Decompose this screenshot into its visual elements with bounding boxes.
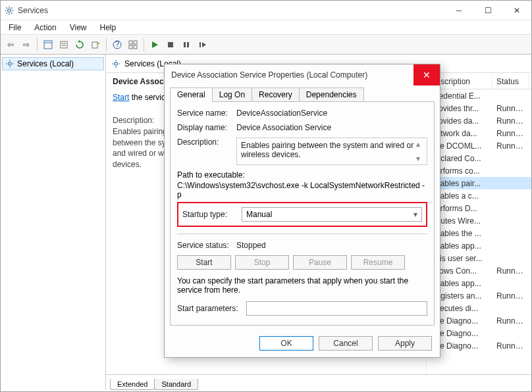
svg-marker-28 — [202, 42, 206, 47]
svg-text:?: ? — [115, 40, 120, 49]
cell-status: Running — [492, 291, 529, 301]
properties-dialog: Device Association Service Properties (L… — [164, 64, 440, 358]
svg-line-6 — [11, 12, 13, 13]
tab-recovery[interactable]: Recovery — [252, 87, 300, 102]
maximize-button[interactable]: ☐ — [473, 1, 502, 20]
tab-standard[interactable]: Standard — [154, 379, 198, 390]
table-row[interactable]: Network da...Running — [427, 127, 531, 139]
resume-button[interactable]: Resume — [351, 255, 405, 270]
cell-status — [492, 233, 529, 234]
table-row[interactable]: Registers an...Running — [427, 289, 531, 302]
menu-help[interactable]: Help — [95, 22, 122, 34]
table-row[interactable]: Enables pair... — [427, 177, 531, 189]
table-row[interactable]: The DCOML...Running — [427, 139, 531, 152]
cell-status: Running — [492, 128, 529, 139]
back-button[interactable]: ⇦ — [3, 37, 18, 52]
show-hide-tree-button[interactable] — [41, 37, 55, 52]
cell-status: Running — [492, 141, 529, 151]
col-status[interactable]: Status — [492, 74, 529, 89]
cell-status: Running — [492, 316, 529, 326]
description-label: Description: — [177, 137, 236, 147]
table-row[interactable]: Allows Con...Running — [427, 264, 531, 277]
stop-service-button[interactable] — [163, 37, 178, 52]
table-row[interactable]: Provides da...Running — [427, 114, 531, 127]
cell-status — [492, 308, 529, 309]
startup-type-select[interactable]: Manual ▾ — [242, 207, 422, 222]
svg-point-29 — [9, 62, 12, 66]
start-service-button[interactable] — [147, 37, 162, 52]
scroll-up-icon[interactable]: ▴ — [416, 139, 425, 149]
pause-button[interactable]: Pause — [293, 255, 347, 270]
display-name-value: Device Association Service — [236, 123, 427, 132]
description-text: Enables pairing between the system and w… — [241, 141, 413, 159]
tab-extended[interactable]: Extended — [110, 379, 155, 390]
table-row[interactable]: The Diagno...Running — [427, 314, 531, 327]
grid-button[interactable] — [126, 37, 140, 52]
menu-view[interactable]: View — [65, 22, 92, 34]
stop-button[interactable]: Stop — [235, 255, 289, 270]
description-box[interactable]: Enables pairing between the system and w… — [236, 137, 427, 165]
tab-general[interactable]: General — [170, 87, 213, 102]
start-button[interactable]: Start — [177, 255, 231, 270]
export-button[interactable] — [88, 37, 103, 52]
path-value: C:\Windows\system32\svchost.exe -k Local… — [177, 181, 427, 199]
table-row[interactable]: The Diagno...Running — [427, 339, 531, 352]
dialog-titlebar: Device Association Service Properties (L… — [165, 64, 440, 86]
cell-status — [492, 208, 529, 209]
start-link[interactable]: Start — [113, 93, 129, 102]
table-row[interactable]: Performs co... — [427, 164, 531, 177]
startup-type-label: Startup type: — [182, 210, 242, 219]
cell-status — [492, 158, 529, 159]
table-row[interactable]: This user ser... — [427, 252, 531, 264]
svg-rect-24 — [168, 42, 173, 47]
dialog-title: Device Association Service Properties (L… — [171, 70, 367, 80]
table-row[interactable]: Enables app... — [427, 277, 531, 289]
dialog-close-button[interactable]: ✕ — [413, 64, 440, 86]
svg-line-7 — [6, 12, 7, 13]
tab-dependencies[interactable]: Dependencies — [299, 87, 364, 102]
start-params-input[interactable] — [246, 301, 427, 316]
cell-status — [492, 195, 529, 197]
table-row[interactable]: Credential E... — [427, 89, 531, 102]
refresh-button[interactable] — [72, 37, 87, 52]
svg-rect-15 — [92, 42, 97, 48]
menu-file[interactable]: File — [3, 22, 26, 34]
table-row[interactable]: Enables a c... — [427, 189, 531, 202]
gear-icon — [5, 6, 14, 15]
window-title: Services — [18, 6, 48, 15]
path-label: Path to executable: — [177, 170, 427, 180]
forward-button[interactable]: ⇨ — [19, 37, 34, 52]
dialog-footer: OK Cancel Apply — [165, 331, 440, 357]
svg-marker-16 — [97, 41, 100, 44]
dialog-panel: Service name: DeviceAssociationService D… — [170, 101, 435, 326]
table-row[interactable]: Declared Co... — [427, 152, 531, 164]
close-button[interactable]: ✕ — [502, 1, 531, 20]
cell-status — [492, 95, 529, 97]
bottom-tabs: Extended Standard — [106, 374, 531, 390]
table-row[interactable]: Enables the ... — [427, 227, 531, 239]
table-row[interactable]: Routes Wire... — [427, 214, 531, 227]
restart-service-button[interactable] — [195, 37, 209, 52]
menu-action[interactable]: Action — [29, 22, 61, 34]
apply-button[interactable]: Apply — [378, 336, 432, 351]
tab-logon[interactable]: Log On — [212, 87, 252, 102]
cell-status — [492, 220, 529, 222]
table-row[interactable]: Enables app... — [427, 239, 531, 252]
svg-rect-27 — [200, 42, 201, 47]
minimize-button[interactable]: ─ — [444, 1, 473, 20]
table-row[interactable]: Performs D... — [427, 202, 531, 214]
table-row[interactable]: Provides thr...Running — [427, 102, 531, 114]
service-name-value: DeviceAssociationService — [236, 109, 427, 118]
help-button[interactable]: ? — [110, 37, 124, 52]
ok-button[interactable]: OK — [259, 336, 313, 351]
cancel-button[interactable]: Cancel — [319, 336, 373, 351]
table-row[interactable]: Executes di... — [427, 302, 531, 314]
svg-line-8 — [11, 7, 13, 9]
pause-service-button[interactable] — [179, 37, 194, 52]
tree-root[interactable]: Services (Local) — [2, 57, 104, 70]
table-row[interactable]: The Diagno... — [427, 327, 531, 339]
scroll-down-icon[interactable]: ▾ — [416, 154, 425, 163]
svg-point-34 — [115, 62, 118, 65]
properties-button[interactable] — [57, 37, 71, 52]
services-window: Services ─ ☐ ✕ File Action View Help ⇦ ⇨… — [0, 0, 532, 392]
